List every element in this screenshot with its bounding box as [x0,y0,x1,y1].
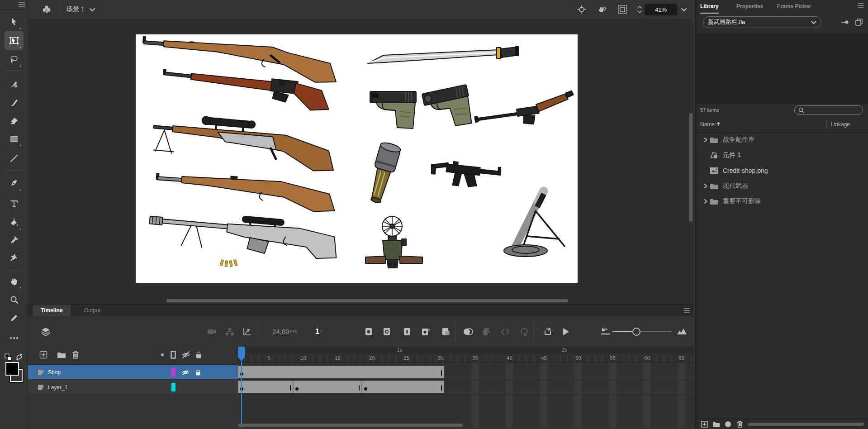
edit-multiple-frames-button[interactable] [498,316,512,347]
pencil-tool[interactable] [5,309,24,328]
insert-frame-button[interactable] [400,316,414,347]
delete-frame-button[interactable] [440,316,453,347]
layer-outline-color[interactable] [171,368,175,377]
show-hide-all-layers-toggle[interactable] [181,350,191,360]
lock-all-layers-toggle[interactable] [194,350,204,360]
stage-canvas[interactable] [136,34,578,283]
play-button[interactable] [559,316,573,347]
tab-timeline[interactable]: Timeline [33,305,71,316]
expander-chevron-icon[interactable] [701,137,709,143]
stroke-color-swatch[interactable] [5,362,19,376]
timeline-panel-menu-icon[interactable] [683,308,690,313]
drawing-bullets[interactable] [220,259,237,267]
asset-warp-tool[interactable] [5,248,24,267]
paste-frames-button[interactable] [479,316,493,347]
slider-knob[interactable] [632,328,640,336]
layer-outline-color[interactable] [171,383,175,391]
hand-tool[interactable] [5,272,24,291]
stage-pasteboard[interactable] [28,19,693,304]
drawing-bolt-action-rifle[interactable] [141,37,338,84]
library-item-重要不可删除[interactable]: 重要不可删除 [697,194,868,209]
new-folder-button[interactable] [57,350,66,360]
stage-horizontal-scrollbar[interactable] [166,299,568,302]
text-tool[interactable] [5,194,24,213]
drawing-mortar[interactable] [504,191,564,257]
layer-row-Shop[interactable]: Shop [28,365,238,379]
create-motion-tween-button[interactable] [517,316,531,347]
frame-row-Shop[interactable] [238,365,693,380]
library-item-Credit-shop.png[interactable]: Credit-shop.png [697,163,868,178]
tab-properties[interactable]: Properties [736,0,763,13]
delete-layer-button[interactable] [71,350,81,360]
drawing-pistol-small[interactable] [370,91,416,129]
new-layer-button[interactable] [38,350,48,360]
tab-library[interactable]: Library [700,0,719,14]
drawing-anti-materiel-rifle[interactable] [148,208,339,260]
onion-skin-button[interactable] [461,316,475,347]
drawing-angled-rifle[interactable] [473,91,577,132]
library-item-战争配件库[interactable]: 战争配件库 [697,132,868,148]
item-properties-button[interactable] [722,421,734,428]
insert-keyframe-button[interactable] [362,316,375,347]
loop-button[interactable] [541,316,555,347]
drawing-katana[interactable] [368,47,518,63]
drawing-lewis-gun[interactable] [365,216,422,268]
tab-frame-picker[interactable]: Frame Picker [777,0,811,13]
eraser-tool[interactable] [5,111,24,130]
library-panel-menu-icon[interactable] [858,3,864,8]
toolbar-menu-icon[interactable] [18,2,25,7]
library-column-header[interactable]: Name Linkage [697,118,868,133]
classic-brush-tool[interactable] [5,93,24,112]
library-horizontal-scrollbar[interactable] [748,423,864,426]
center-stage-button[interactable] [577,5,587,14]
drawing-pistol-large[interactable] [422,85,474,132]
frames-area[interactable]: 1s2s 5101520253035404550556065 [238,347,693,428]
rotation-tool-button[interactable] [597,4,607,15]
layer-row-Layer_1[interactable]: Layer_1 [28,380,238,394]
scene-name[interactable]: 场景 1 [66,5,85,14]
insert-blank-keyframe-button[interactable] [380,316,394,347]
layer-parenting-button[interactable] [223,316,237,347]
drawing-semi-auto-rifle[interactable] [155,171,337,213]
playhead[interactable] [238,347,245,362]
pin-library-button[interactable] [841,19,849,25]
zoom-stepper[interactable] [636,5,643,14]
drawing-scoped-sniper-rifle[interactable] [151,112,337,172]
edit-toolbar-button[interactable] [5,329,24,348]
motion-editor-button[interactable] [240,316,254,347]
zoom-dropdown-chevron[interactable] [681,7,687,12]
frame-row-Layer_1[interactable] [238,380,693,395]
paint-bucket-tool[interactable] [5,213,24,232]
layer-hidden-icon[interactable] [181,368,190,377]
default-colors-button[interactable] [4,353,12,361]
zoom-tool[interactable] [5,291,24,310]
clip-content-button[interactable] [617,5,627,14]
reset-timeline-zoom-button[interactable] [599,316,612,347]
frame-rate-control[interactable]: 24,00 FPS [272,316,297,347]
frame-span[interactable] [362,381,444,393]
rectangle-tool[interactable] [5,129,24,148]
layers-view-button[interactable] [39,316,52,347]
fluid-brush-tool[interactable] [5,75,24,94]
free-transform-tool[interactable] [5,31,24,50]
layer-name[interactable]: Layer_1 [48,384,238,391]
swap-colors-button[interactable] [15,353,24,361]
frame-span[interactable] [238,366,444,378]
new-symbol-button[interactable] [698,421,710,428]
expander-chevron-icon[interactable] [701,183,709,189]
library-new-folder-button[interactable] [710,421,722,427]
frame-span[interactable] [293,381,362,393]
frame-span[interactable] [238,381,293,393]
timeline-horizontal-scrollbar[interactable] [238,424,463,427]
zoom-level-field[interactable]: 41% [645,4,677,15]
stage-vertical-scrollbar[interactable] [689,113,693,222]
timeline-zoom-slider[interactable] [612,331,671,332]
highlight-layers-toggle[interactable] [157,350,167,360]
selection-tool[interactable] [5,12,24,31]
auto-keyframe-button[interactable]: A [419,316,433,347]
scene-chevron-icon[interactable] [89,7,95,12]
expander-chevron-icon[interactable] [701,199,709,204]
drawing-stick-grenade[interactable] [365,141,402,205]
tab-output[interactable]: Output [76,305,109,316]
frame-ruler[interactable]: 5101520253035404550556065 [238,354,693,363]
